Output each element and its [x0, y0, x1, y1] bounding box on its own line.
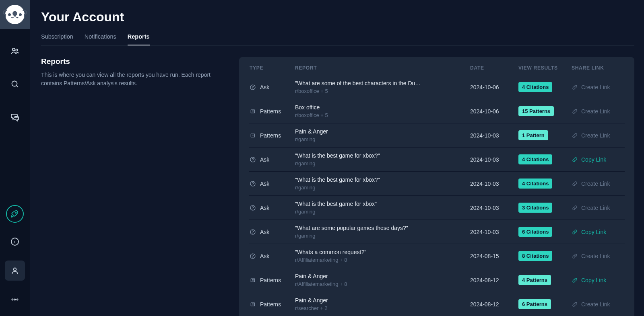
column-date: DATE: [470, 65, 518, 71]
type-cell: Patterns: [249, 301, 295, 308]
logo-box[interactable]: ʕ•ᴥ•ʔ: [0, 0, 30, 29]
link-icon: [572, 253, 578, 259]
report-cell[interactable]: "What is the best game for xbox?"r/gamin…: [295, 152, 470, 166]
results-badge[interactable]: 4 Citations: [518, 154, 552, 164]
report-cell[interactable]: Pain & Angerr/searcher + 2: [295, 297, 470, 311]
svg-point-8: [17, 299, 18, 300]
sidebar-item-account[interactable]: [5, 261, 25, 281]
results-badge[interactable]: 4 Patterns: [518, 275, 551, 285]
table-row: PatternsPain & Angerr/searcher + 22024-0…: [249, 292, 625, 316]
report-subtext: r/searcher + 2: [295, 305, 470, 311]
date-cell: 2024-10-03: [470, 132, 518, 139]
create-link-button[interactable]: Create Link: [572, 132, 625, 139]
reports-table-card: TYPE REPORT DATE VIEW RESULTS SHARE LINK…: [239, 57, 634, 316]
create-link-button[interactable]: Create Link: [572, 84, 625, 90]
tab-reports[interactable]: Reports: [128, 33, 150, 45]
svg-point-2: [12, 81, 17, 86]
report-cell[interactable]: Pain & Angerr/Affiliatemarketing + 8: [295, 273, 470, 287]
type-label: Patterns: [260, 301, 281, 308]
sidebar-item-audiences[interactable]: [5, 41, 25, 61]
results-badge[interactable]: 3 Citations: [518, 203, 552, 213]
users-icon: [10, 46, 20, 56]
date-cell: 2024-10-03: [470, 156, 518, 163]
copy-link-button[interactable]: Copy Link: [572, 277, 625, 283]
link-icon: [572, 132, 578, 139]
create-link-button[interactable]: Create Link: [572, 181, 625, 187]
report-subtext: r/Affiliatemarketing + 8: [295, 257, 470, 263]
more-horizontal-icon: [10, 295, 20, 304]
results-badge[interactable]: 6 Patterns: [518, 299, 551, 309]
view-results-cell: 3 Citations: [518, 203, 572, 213]
create-link-button[interactable]: Create Link: [572, 108, 625, 115]
copy-link-button[interactable]: Copy Link: [572, 229, 625, 235]
question-icon: [250, 253, 256, 259]
report-title: "What is the best game for xbox?": [295, 152, 470, 159]
view-results-cell: 1 Pattern: [518, 130, 572, 140]
results-badge[interactable]: 4 Citations: [518, 179, 552, 189]
tab-notifications[interactable]: Notifications: [85, 33, 116, 45]
table-row: PatternsPain & Angerr/Affiliatemarketing…: [249, 268, 625, 292]
report-cell[interactable]: Pain & Angerr/gaming: [295, 128, 470, 142]
view-results-cell: 4 Citations: [518, 179, 572, 189]
report-cell[interactable]: "What are some popular games these days?…: [295, 225, 470, 239]
results-badge[interactable]: 15 Patterns: [518, 106, 554, 116]
view-results-cell: 15 Patterns: [518, 106, 572, 116]
share-label: Create Link: [581, 301, 610, 308]
table-row: Ask"Whats a common request?"r/Affiliatem…: [249, 244, 625, 268]
link-icon: [572, 108, 578, 115]
create-link-button[interactable]: Create Link: [572, 205, 625, 211]
share-label: Create Link: [581, 132, 610, 139]
report-title: Box office: [295, 104, 470, 111]
report-title: "Whats a common request?": [295, 249, 470, 255]
type-cell: Patterns: [249, 108, 295, 115]
table-row: Ask"What is the best game for xbox"r/gam…: [249, 195, 625, 220]
report-title: "What are some popular games these days?…: [295, 225, 470, 231]
report-subtext: r/boxoffice + 5: [295, 112, 470, 118]
report-subtext: r/gaming: [295, 185, 470, 191]
report-cell[interactable]: "What is the best game for xbox?"r/gamin…: [295, 176, 470, 191]
share-label: Create Link: [581, 205, 610, 211]
report-title: Pain & Anger: [295, 128, 470, 135]
results-badge[interactable]: 1 Pattern: [518, 130, 548, 140]
report-cell[interactable]: "What is the best game for xbox"r/gaming: [295, 201, 470, 215]
date-cell: 2024-10-06: [470, 84, 518, 90]
date-cell: 2024-08-12: [470, 277, 518, 283]
type-cell: Ask: [249, 205, 295, 211]
question-icon: [250, 205, 256, 211]
svg-point-1: [16, 49, 18, 51]
rocket-icon: [10, 209, 20, 219]
view-results-cell: 6 Patterns: [518, 299, 572, 309]
link-icon: [572, 156, 578, 163]
results-badge[interactable]: 6 Citations: [518, 227, 552, 237]
date-cell: 2024-10-06: [470, 108, 518, 115]
type-cell: Patterns: [249, 132, 295, 139]
sidebar-item-search[interactable]: [5, 74, 25, 94]
type-label: Ask: [260, 229, 269, 235]
create-link-button[interactable]: Create Link: [572, 301, 625, 308]
report-cell[interactable]: Box officer/boxoffice + 5: [295, 104, 470, 118]
tab-subscription[interactable]: Subscription: [41, 33, 73, 45]
copy-link-button[interactable]: Copy Link: [572, 156, 625, 163]
report-subtext: r/gaming: [295, 136, 470, 142]
report-subtext: r/gaming: [295, 233, 470, 239]
svg-point-0: [12, 48, 15, 51]
type-label: Ask: [260, 156, 269, 163]
sidebar-item-conversations[interactable]: [5, 107, 25, 127]
sidebar-item-upgrade[interactable]: [6, 205, 24, 223]
date-cell: 2024-08-15: [470, 253, 518, 259]
report-subtext: r/boxoffice + 5: [295, 88, 470, 94]
patterns-icon: [250, 132, 256, 139]
results-badge[interactable]: 4 Citations: [518, 82, 552, 92]
report-cell[interactable]: "Whats a common request?"r/Affiliatemark…: [295, 249, 470, 263]
create-link-button[interactable]: Create Link: [572, 253, 625, 259]
sidebar-item-more[interactable]: [5, 289, 25, 310]
report-cell[interactable]: "What are some of the best characters in…: [295, 80, 470, 94]
link-icon: [572, 84, 578, 90]
svg-point-5: [14, 268, 17, 271]
sidebar-item-help[interactable]: [5, 232, 25, 252]
view-results-cell: 4 Patterns: [518, 275, 572, 285]
column-view: VIEW RESULTS: [518, 65, 572, 71]
results-badge[interactable]: 8 Citations: [518, 251, 552, 261]
patterns-icon: [250, 301, 256, 308]
search-icon: [10, 79, 20, 89]
